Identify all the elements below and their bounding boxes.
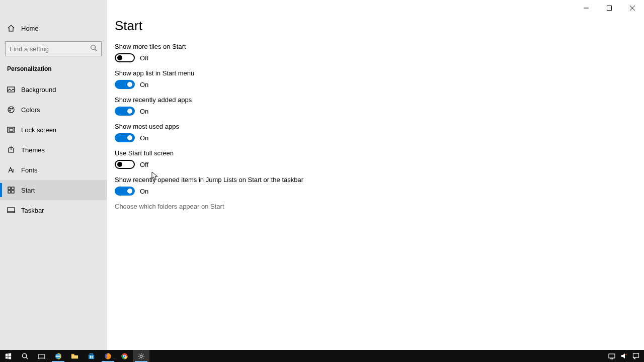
setting-row: Use Start full screenOff <box>115 149 644 169</box>
minimize-button[interactable] <box>575 0 598 16</box>
sidebar-item-themes[interactable]: Themes <box>0 140 107 160</box>
network-tray-icon[interactable] <box>608 352 616 360</box>
sidebar-item-lockscreen[interactable]: Lock screen <box>0 120 107 140</box>
taskbar-icon <box>7 206 15 214</box>
toggle-switch[interactable] <box>115 107 135 116</box>
sidebar-item-background[interactable]: Background <box>0 79 107 100</box>
ie-button[interactable] <box>50 350 66 362</box>
choose-folders-link[interactable]: Choose which folders appear on Start <box>115 203 644 210</box>
content: Start Show more tiles on StartOffShow ap… <box>115 15 644 350</box>
svg-rect-28 <box>609 354 615 358</box>
svg-rect-17 <box>71 353 74 354</box>
setting-label: Use Start full screen <box>115 149 644 157</box>
maximize-button[interactable] <box>598 0 621 16</box>
explorer-button[interactable] <box>66 350 83 362</box>
toggle-state: On <box>140 81 148 88</box>
palette-icon <box>7 106 15 114</box>
sidebar-item-label: Themes <box>21 146 45 154</box>
store-button[interactable] <box>83 350 100 362</box>
sidebar: Home Personalization Background Colors L… <box>0 0 107 350</box>
setting-row: Show recently added appsOn <box>115 96 644 116</box>
search-input[interactable] <box>10 45 90 53</box>
chrome-button[interactable] <box>116 350 133 362</box>
svg-rect-29 <box>633 353 639 357</box>
setting-label: Show recently added apps <box>115 96 644 104</box>
toggle-state: On <box>140 134 148 142</box>
toggle-switch[interactable] <box>115 53 135 62</box>
search-box[interactable] <box>5 41 102 56</box>
svg-point-5 <box>12 108 13 109</box>
setting-label: Show most used apps <box>115 123 644 130</box>
setting-label: Show more tiles on Start <box>115 43 644 50</box>
toggle-state: Off <box>140 161 148 168</box>
page-title: Start <box>115 18 644 34</box>
svg-rect-9 <box>8 187 11 190</box>
svg-rect-0 <box>607 6 612 11</box>
toggle-state: Off <box>140 54 148 62</box>
svg-point-14 <box>22 353 26 357</box>
taskview-button[interactable] <box>33 350 50 362</box>
toggle-switch[interactable] <box>115 133 135 142</box>
lockscreen-icon <box>7 126 15 134</box>
picture-icon <box>7 85 15 94</box>
start-button[interactable] <box>0 350 17 362</box>
sidebar-item-label: Start <box>21 187 35 194</box>
taskbar <box>0 350 644 362</box>
search-button[interactable] <box>17 350 33 362</box>
svg-point-1 <box>91 45 96 50</box>
sidebar-item-label: Taskbar <box>21 207 44 214</box>
volume-tray-icon[interactable] <box>620 352 628 360</box>
close-button[interactable] <box>621 0 644 16</box>
home-icon <box>7 24 15 32</box>
svg-rect-20 <box>92 355 93 356</box>
settings-button[interactable] <box>133 350 149 362</box>
notifications-tray-icon[interactable] <box>632 352 640 360</box>
svg-rect-22 <box>92 357 93 358</box>
svg-rect-15 <box>39 354 44 358</box>
setting-row: Show more tiles on StartOff <box>115 43 644 62</box>
sidebar-item-taskbar[interactable]: Taskbar <box>0 200 107 220</box>
home-nav[interactable]: Home <box>0 18 107 38</box>
sidebar-item-start[interactable]: Start <box>0 180 107 200</box>
svg-rect-10 <box>12 187 14 190</box>
toggle-switch[interactable] <box>115 160 135 169</box>
svg-point-4 <box>10 108 11 109</box>
toggle-switch[interactable] <box>115 80 135 89</box>
toggle-switch[interactable] <box>115 187 135 196</box>
svg-point-26 <box>123 355 125 357</box>
setting-label: Show recently opened items in Jump Lists… <box>115 176 644 184</box>
svg-rect-8 <box>9 129 13 131</box>
sidebar-item-label: Fonts <box>21 166 38 174</box>
sidebar-item-label: Colors <box>21 106 40 114</box>
svg-rect-21 <box>90 357 91 358</box>
toggle-state: On <box>140 108 148 115</box>
svg-point-3 <box>8 107 14 113</box>
start-icon <box>7 186 15 194</box>
svg-point-27 <box>140 355 142 357</box>
svg-rect-12 <box>12 191 14 193</box>
home-label: Home <box>21 25 39 32</box>
svg-rect-11 <box>8 191 11 193</box>
sidebar-group-header: Personalization <box>0 61 107 79</box>
setting-row: Show app list in Start menuOn <box>115 69 644 89</box>
svg-rect-19 <box>90 355 91 356</box>
themes-icon <box>7 146 15 154</box>
system-tray <box>608 352 644 360</box>
setting-label: Show app list in Start menu <box>115 69 644 77</box>
svg-rect-18 <box>89 354 94 358</box>
sidebar-item-colors[interactable]: Colors <box>0 100 107 120</box>
svg-point-6 <box>10 110 11 111</box>
toggle-state: On <box>140 188 148 195</box>
search-icon <box>90 44 97 53</box>
setting-row: Show recently opened items in Jump Lists… <box>115 176 644 196</box>
sidebar-item-label: Background <box>21 86 56 94</box>
setting-row: Show most used appsOn <box>115 123 644 142</box>
fonts-icon <box>7 166 15 174</box>
firefox-button[interactable] <box>100 350 116 362</box>
sidebar-item-label: Lock screen <box>21 126 56 134</box>
sidebar-item-fonts[interactable]: Fonts <box>0 160 107 180</box>
